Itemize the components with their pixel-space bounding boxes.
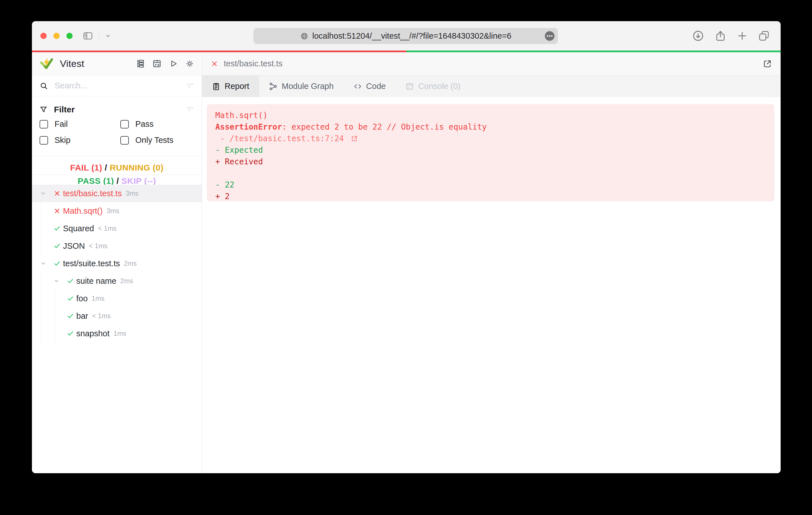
chevron-down-icon[interactable] bbox=[53, 278, 67, 284]
chevron-down-icon[interactable] bbox=[105, 32, 111, 39]
tab-code[interactable]: Code bbox=[344, 75, 396, 97]
tab-label: Module Graph bbox=[282, 82, 334, 91]
test-label: suite name bbox=[76, 276, 116, 286]
tree-row[interactable]: test/suite.test.ts2ms bbox=[32, 255, 202, 272]
vitest-logo bbox=[39, 57, 54, 71]
chevron-down-icon[interactable] bbox=[40, 260, 53, 267]
error-line: AssertionError: expected 2 to be 22 // O… bbox=[215, 121, 766, 133]
tree-row[interactable]: Math.sqrt()3ms bbox=[32, 202, 202, 220]
test-duration: 3ms bbox=[126, 189, 139, 198]
tabs-overview-icon[interactable] bbox=[758, 30, 770, 42]
test-duration: < 1ms bbox=[98, 224, 117, 232]
module-graph-icon bbox=[269, 82, 278, 91]
error-panel: Math.sqrt()AssertionError: expected 2 to… bbox=[207, 104, 775, 201]
clear-search-filter-icon[interactable] bbox=[186, 82, 194, 90]
tree-row[interactable]: foo1ms bbox=[32, 290, 202, 307]
filter-checkbox-only-tests[interactable]: Only Tests bbox=[120, 135, 173, 145]
minimize-window-button[interactable] bbox=[53, 33, 60, 39]
error-line: + Received bbox=[215, 156, 766, 168]
tab-report[interactable]: Report bbox=[202, 75, 259, 97]
url-text: localhost:51204/__vitest__/#/?file=16484… bbox=[312, 31, 512, 41]
fail-icon bbox=[53, 207, 63, 215]
more-circle-icon[interactable] bbox=[544, 30, 555, 42]
tree-list-icon[interactable] bbox=[136, 59, 145, 68]
address-bar[interactable]: localhost:51204/__vitest__/#/?file=16484… bbox=[254, 28, 558, 44]
close-window-button[interactable] bbox=[40, 33, 47, 39]
clipboard-icon bbox=[212, 82, 221, 91]
checkbox[interactable] bbox=[39, 136, 48, 145]
skip-count: SKIP (--) bbox=[121, 176, 156, 185]
filter-checkbox-fail[interactable]: Fail bbox=[39, 119, 68, 129]
tree-row[interactable]: JSON< 1ms bbox=[32, 237, 202, 255]
pass-icon bbox=[53, 225, 63, 232]
checkbox-label: Fail bbox=[55, 119, 68, 129]
view-tabs: ReportModule GraphCodeConsole (0) bbox=[202, 75, 781, 97]
open-file-name: test/basic.test.ts bbox=[224, 59, 283, 68]
error-text: - 22 bbox=[215, 180, 234, 189]
tab-label: Report bbox=[225, 82, 249, 91]
summary-line-1: FAIL (1) / RUNNING (0) bbox=[32, 163, 202, 173]
external-link-icon[interactable] bbox=[351, 135, 358, 142]
dashboard-icon[interactable] bbox=[152, 59, 161, 68]
tab-console-0[interactable]: Console (0) bbox=[396, 75, 470, 97]
zoom-window-button[interactable] bbox=[66, 33, 72, 39]
sidebar-header: Vitest bbox=[32, 52, 202, 75]
pass-icon bbox=[67, 277, 76, 284]
external-link-icon[interactable] bbox=[762, 59, 772, 69]
tree-row[interactable]: bar< 1ms bbox=[32, 307, 202, 325]
test-summary: FAIL (1) / RUNNING (0) PASS (1) / SKIP (… bbox=[32, 155, 202, 185]
checkbox[interactable] bbox=[39, 120, 48, 128]
error-text: AssertionError bbox=[215, 122, 282, 131]
traffic-lights bbox=[40, 33, 72, 39]
filter-checkbox-pass[interactable]: Pass bbox=[120, 119, 153, 129]
globe-icon bbox=[300, 32, 309, 40]
checkbox-label: Only Tests bbox=[135, 135, 173, 145]
checkbox-label: Pass bbox=[135, 119, 153, 129]
test-duration: 2ms bbox=[120, 277, 133, 285]
app-title: Vitest bbox=[60, 58, 84, 69]
test-duration: 3ms bbox=[107, 207, 119, 215]
file-header: test/basic.test.ts bbox=[202, 52, 781, 75]
browser-window: localhost:51204/__vitest__/#/?file=16484… bbox=[32, 21, 781, 473]
test-label: test/suite.test.ts bbox=[63, 259, 120, 268]
filter-funnel-icon bbox=[39, 105, 48, 114]
checkbox[interactable] bbox=[120, 136, 129, 145]
tree-row[interactable]: Squared< 1ms bbox=[32, 220, 202, 237]
test-label: Squared bbox=[63, 224, 94, 233]
filter-section: Filter Fail Pass Skip bbox=[32, 96, 202, 156]
tab-module-graph[interactable]: Module Graph bbox=[259, 75, 344, 97]
error-line: + 2 bbox=[215, 190, 766, 201]
run-all-icon[interactable] bbox=[169, 59, 178, 68]
tree-row[interactable]: test/basic.test.ts3ms bbox=[32, 185, 202, 202]
error-line: - Expected bbox=[215, 144, 766, 156]
sidebar-toggle-icon[interactable] bbox=[83, 31, 93, 41]
chevron-down-icon[interactable] bbox=[40, 190, 53, 196]
search-input[interactable] bbox=[54, 81, 180, 91]
error-text: - /test/basic.test.ts:7:24 bbox=[215, 134, 349, 143]
test-tree: test/basic.test.ts3msMath.sqrt()3msSquar… bbox=[32, 185, 202, 342]
clear-filter-icon[interactable] bbox=[186, 105, 194, 113]
test-label: JSON bbox=[63, 241, 85, 251]
download-icon[interactable] bbox=[692, 30, 704, 42]
pass-icon bbox=[67, 330, 76, 337]
share-icon[interactable] bbox=[715, 30, 726, 42]
checkbox[interactable] bbox=[120, 120, 129, 128]
test-duration: 1ms bbox=[91, 295, 104, 302]
fail-count: FAIL (1) bbox=[70, 163, 102, 172]
close-icon[interactable] bbox=[210, 60, 219, 68]
new-tab-icon[interactable] bbox=[736, 30, 748, 41]
error-text: + Received bbox=[215, 157, 263, 166]
test-label: bar bbox=[76, 311, 88, 321]
theme-sun-icon[interactable] bbox=[185, 59, 194, 68]
filter-checkbox-skip[interactable]: Skip bbox=[39, 135, 70, 145]
pass-icon bbox=[67, 295, 76, 302]
test-duration: 2ms bbox=[124, 260, 137, 267]
tree-row[interactable]: suite name2ms bbox=[32, 272, 202, 290]
error-line: - /test/basic.test.ts:7:24 bbox=[215, 133, 766, 144]
search-icon bbox=[39, 82, 48, 90]
report-view: Math.sqrt()AssertionError: expected 2 to… bbox=[202, 97, 781, 473]
tree-row[interactable]: snapshot1ms bbox=[32, 325, 202, 342]
summary-divider bbox=[32, 175, 202, 175]
error-text: - Expected bbox=[215, 145, 263, 155]
console-icon bbox=[405, 82, 414, 91]
